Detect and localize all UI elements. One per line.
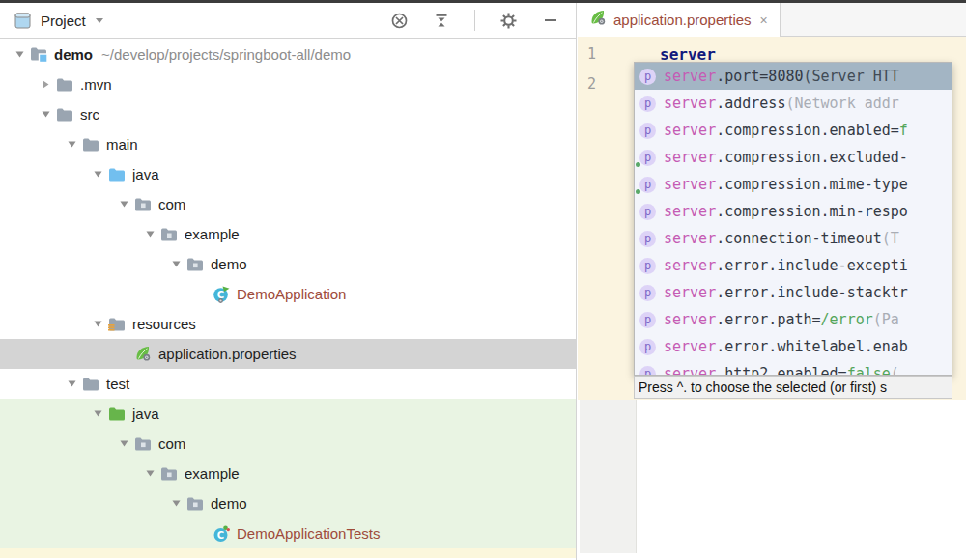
completion-text-segment: server [664, 230, 716, 247]
folder-icon [55, 105, 74, 125]
collapse-arrow-icon[interactable] [36, 105, 55, 125]
collapse-arrow-icon[interactable] [62, 135, 81, 154]
editor-gutter [580, 400, 637, 553]
chevron-down-icon [95, 17, 104, 24]
tree-row-demo[interactable]: demo~/develop/projects/springboot-all/de… [0, 40, 576, 70]
collapse-arrow-icon[interactable] [88, 315, 107, 334]
tree-item-label: demo [211, 256, 247, 272]
completion-item[interactable]: pserver.error.include-stacktr [635, 279, 952, 306]
tree-row-resources[interactable]: resources [0, 309, 576, 339]
property-icon: p [639, 312, 656, 328]
completion-text-segment: (Pa [873, 311, 899, 328]
completion-text-segment: server [664, 257, 716, 274]
completion-text-segment: server [664, 365, 716, 376]
settings-gear-icon[interactable] [498, 11, 518, 30]
tree-row-java[interactable]: java [0, 159, 576, 189]
completion-item[interactable]: pserver.address (Network addr [635, 90, 952, 117]
collapse-arrow-icon[interactable] [88, 405, 107, 424]
completion-text-segment: (Server HTT [804, 68, 899, 85]
panel-title: Project [41, 13, 86, 29]
svg-text:C: C [216, 529, 223, 540]
package-icon [185, 494, 205, 514]
tree-row-demoapplicationtests[interactable]: CDemoApplicationTests [0, 518, 576, 548]
tree-row-main[interactable]: main [0, 129, 576, 159]
tree-row-application-properties[interactable]: application.properties [0, 339, 576, 369]
spring-leaf-icon [589, 10, 607, 30]
close-tab-icon[interactable]: × [758, 12, 770, 29]
collapse-arrow-icon[interactable] [10, 45, 29, 65]
collapse-arrow-icon[interactable] [88, 165, 107, 184]
completion-text-segment: server [664, 284, 716, 301]
tree-row-example[interactable]: example [0, 219, 576, 249]
springboot-class-icon: C [212, 285, 231, 304]
project-folder-icon [29, 45, 48, 65]
expand-arrow-icon[interactable] [36, 75, 55, 95]
completion-text-segment: server [664, 311, 716, 328]
tree-item-label: demo [54, 46, 93, 63]
project-view-selector[interactable]: Project [0, 11, 104, 30]
tree-row-com[interactable]: com [0, 429, 576, 459]
completion-item[interactable]: pserver.compression.mime-type [635, 171, 952, 198]
tab-application-properties[interactable]: application.properties × [578, 3, 781, 37]
tree-item-label: example [185, 465, 240, 482]
tree-row-java[interactable]: java [0, 399, 576, 429]
completion-text-segment: .port=8080 [716, 68, 803, 85]
tree-row-com[interactable]: com [0, 189, 576, 219]
arrow-spacer [192, 524, 212, 544]
collapse-arrow-icon[interactable] [114, 195, 133, 214]
property-icon: p [639, 150, 656, 166]
tree-row-demo[interactable]: demo [0, 249, 576, 279]
tree-row-demo[interactable]: demo [0, 489, 576, 518]
tree-row-test[interactable]: test [0, 369, 576, 399]
project-path: ~/develop/projects/springboot-all/demo [101, 46, 351, 63]
collapse-arrow-icon[interactable] [166, 255, 185, 274]
collapse-all-icon[interactable] [432, 11, 451, 30]
tree-item-label: resources [132, 316, 196, 332]
completion-item[interactable]: pserver.error.whitelabel.enab [635, 333, 952, 360]
collapse-arrow-icon[interactable] [140, 464, 159, 484]
spring-leaf-icon [133, 345, 153, 364]
tree-row--mvn[interactable]: .mvn [0, 70, 576, 99]
completion-item[interactable]: pserver.http2.enabled=false ( [635, 360, 952, 376]
completion-item[interactable]: pserver.compression.min-respo [635, 198, 952, 225]
folder-icon [81, 375, 100, 394]
package-icon [159, 225, 179, 244]
completion-item[interactable]: pserver.port=8080 (Server HTT [635, 63, 952, 90]
completion-text-segment: false [847, 365, 891, 376]
completion-text-segment: .compression.min-respo [716, 203, 908, 220]
completion-item[interactable]: pserver.compression.enabled=f [635, 117, 952, 144]
collapse-arrow-icon[interactable] [114, 434, 133, 454]
collapse-arrow-icon[interactable] [140, 225, 159, 244]
property-icon: p [639, 258, 656, 274]
completion-item[interactable]: pserver.connection-timeout (T [635, 225, 952, 252]
property-icon: p [639, 123, 656, 139]
project-tree: demo~/develop/projects/springboot-all/de… [0, 40, 576, 560]
editor-area: application.properties × 1 2 server pser… [578, 3, 966, 560]
property-icon: p [639, 204, 656, 220]
tree-item-label: java [132, 166, 159, 182]
hide-panel-icon[interactable] [541, 11, 560, 30]
package-icon [133, 434, 153, 454]
collapse-arrow-icon[interactable] [62, 375, 81, 394]
completion-text-segment: ( [891, 365, 899, 376]
completion-text-segment: server [664, 203, 716, 220]
collapse-arrow-icon[interactable] [166, 494, 185, 514]
tree-row-src[interactable]: src [0, 99, 576, 129]
completion-text-segment: server [664, 95, 716, 112]
completion-item[interactable]: pserver.error.path=/error (Pa [635, 306, 952, 333]
completion-text-segment: server [664, 68, 716, 85]
completion-item[interactable]: pserver.compression.excluded- [635, 144, 952, 171]
locate-file-icon[interactable] [389, 11, 409, 30]
property-icon: p [639, 285, 656, 301]
property-icon: p [639, 339, 656, 355]
folder-green-icon [107, 405, 127, 424]
project-tool-window: Project demo~/develop/project [0, 3, 577, 560]
completion-text-segment: server [664, 338, 716, 355]
toolbar-separator [474, 10, 475, 31]
completion-text-segment: server [664, 149, 716, 166]
line-number-1: 1 [587, 45, 616, 63]
arrow-spacer [114, 345, 133, 364]
tree-row-example[interactable]: example [0, 459, 576, 489]
tree-row-demoapplication[interactable]: CDemoApplication [0, 279, 576, 309]
completion-item[interactable]: pserver.error.include-excepti [635, 252, 952, 279]
